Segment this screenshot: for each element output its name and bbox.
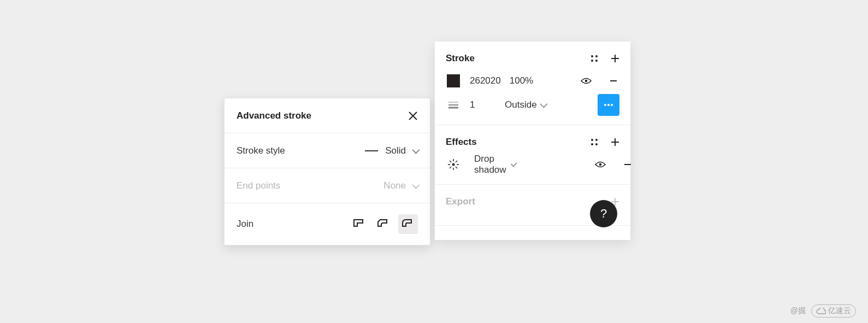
effect-settings-icon[interactable] (448, 159, 459, 170)
svg-point-10 (604, 104, 606, 106)
svg-line-23 (456, 167, 457, 168)
more-options-button[interactable] (598, 94, 619, 116)
stroke-style-label: Stroke style (237, 145, 285, 156)
svg-point-26 (599, 163, 601, 166)
stroke-position-value: Outside (505, 99, 537, 110)
effect-type-value: Drop shadow (474, 154, 508, 175)
plus-icon[interactable] (611, 54, 619, 63)
styles-icon[interactable] (590, 54, 599, 63)
svg-point-15 (591, 143, 593, 145)
chevron-down-icon (412, 181, 420, 189)
svg-line-25 (456, 161, 457, 162)
join-bevel-icon[interactable] (374, 215, 393, 233)
svg-point-14 (595, 139, 598, 141)
color-hex-input[interactable]: 262020 (470, 75, 501, 86)
stroke-style-row: Stroke style Solid (225, 133, 430, 168)
effects-section-header: Effects (446, 132, 619, 152)
minus-icon[interactable] (609, 77, 618, 85)
styles-icon[interactable] (590, 138, 599, 146)
export-section-title: Export (446, 196, 475, 207)
export-section: Export ? (435, 185, 630, 226)
stroke-weight-icon (448, 101, 459, 109)
advanced-stroke-title: Advanced stroke (237, 110, 311, 121)
effects-section: Effects (435, 125, 630, 185)
effect-row: Drop shadow (446, 152, 619, 177)
watermark: @掘 亿速云 (790, 304, 856, 318)
effect-type-select[interactable]: Drop shadow (474, 154, 515, 175)
join-row: Join (225, 203, 430, 245)
svg-point-17 (452, 163, 455, 166)
join-label: Join (237, 219, 253, 230)
svg-line-22 (450, 161, 451, 162)
end-points-row: End points None (225, 168, 430, 203)
join-round-icon[interactable] (398, 214, 418, 234)
svg-point-3 (591, 60, 593, 62)
stroke-position-select[interactable]: Outside (505, 99, 546, 110)
close-icon[interactable] (408, 111, 418, 121)
inspector-panel: Stroke 262020 100% (435, 42, 630, 240)
svg-point-13 (591, 139, 593, 141)
svg-point-2 (595, 55, 598, 57)
solid-line-icon (364, 149, 379, 153)
inspector-footer (435, 226, 630, 240)
watermark-brand-badge: 亿速云 (811, 304, 856, 318)
chevron-down-icon (511, 161, 517, 167)
minus-icon[interactable] (623, 160, 632, 169)
join-miter-icon[interactable] (350, 215, 369, 233)
svg-point-1 (591, 55, 593, 57)
color-swatch[interactable] (447, 74, 460, 87)
end-points-value: None (383, 180, 406, 191)
svg-point-16 (595, 143, 598, 145)
opacity-input[interactable]: 100% (510, 75, 533, 86)
svg-line-24 (450, 167, 451, 168)
end-points-label: End points (237, 180, 280, 191)
stroke-color-row: 262020 100% (446, 69, 619, 93)
help-button[interactable]: ? (590, 200, 617, 227)
svg-point-12 (611, 104, 613, 106)
watermark-brand-text: 亿速云 (828, 306, 851, 316)
stroke-section-header: Stroke (446, 48, 619, 69)
svg-point-4 (595, 60, 598, 62)
eye-icon[interactable] (581, 77, 592, 85)
watermark-source: @掘 (790, 306, 806, 316)
stroke-section: Stroke 262020 100% (435, 42, 630, 125)
plus-icon[interactable] (611, 138, 619, 146)
stroke-style-select[interactable]: Solid (364, 145, 418, 156)
effects-section-title: Effects (446, 137, 477, 148)
advanced-stroke-header: Advanced stroke (225, 98, 430, 133)
chevron-down-icon (412, 146, 420, 154)
chevron-down-icon (540, 101, 547, 108)
question-mark-icon: ? (600, 207, 607, 221)
end-points-select[interactable]: None (383, 180, 418, 191)
stroke-style-value: Solid (385, 145, 406, 156)
cloud-icon (816, 308, 826, 314)
stroke-weight-row: 1 Outside (446, 93, 619, 117)
stroke-section-title: Stroke (446, 53, 475, 64)
advanced-stroke-panel: Advanced stroke Stroke style Solid End p… (224, 98, 430, 245)
svg-point-11 (607, 104, 610, 106)
stroke-weight-input[interactable]: 1 (470, 99, 475, 110)
svg-point-5 (584, 80, 587, 83)
eye-icon[interactable] (595, 161, 606, 168)
